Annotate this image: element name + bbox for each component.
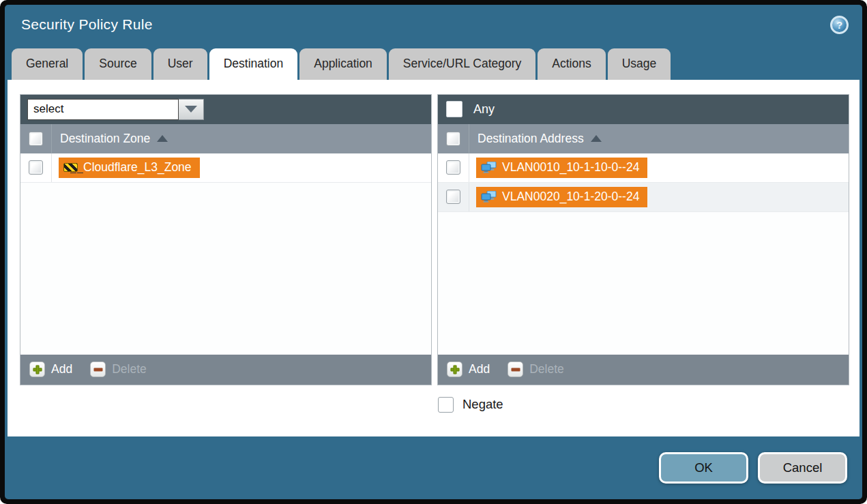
zone-select-combo [27,99,204,120]
sort-ascending-icon[interactable] [157,135,168,142]
add-zone-button[interactable]: Add [29,361,72,377]
help-icon[interactable]: ? [830,16,849,34]
add-label: Add [469,362,490,376]
tab-general[interactable]: General [12,48,83,80]
zone-select-input[interactable] [27,99,179,120]
address-item-label: VLAN0020_10-1-20-0--24 [502,190,639,204]
zone-list: Cloudflare_L3_Zone [20,153,431,355]
address-column-header: Destination Address [438,124,849,153]
minus-icon [90,361,106,377]
zone-panel-toolbar [20,95,431,124]
address-column-label[interactable]: Destination Address [477,132,584,146]
ok-button[interactable]: OK [659,452,748,484]
add-address-button[interactable]: Add [447,361,490,377]
security-policy-rule-dialog: Security Policy Rule ? General Source Us… [5,5,862,499]
zone-panel-footer: Add Delete [20,355,431,385]
zone-column-header: Destination Zone [20,124,431,153]
zone-icon [63,163,78,172]
delete-label: Delete [112,362,147,376]
delete-address-button[interactable]: Delete [508,361,564,377]
sort-ascending-icon[interactable] [591,135,602,142]
plus-icon [447,361,462,377]
cancel-button[interactable]: Cancel [758,452,847,484]
address-panel-toolbar: Any [438,95,849,124]
title-bar: Security Policy Rule ? [5,5,862,45]
tab-content-destination: Destination Zone Cloudflare_L3_Zone [8,80,859,436]
any-label: Any [473,102,495,117]
dialog-footer: OK Cancel [5,436,862,499]
tab-actions[interactable]: Actions [538,48,605,80]
negate-checkbox[interactable] [438,397,454,413]
tab-strip: General Source User Destination Applicat… [5,45,862,80]
table-row[interactable]: VLAN0020_10-1-20-0--24 [438,183,849,212]
delete-zone-button[interactable]: Delete [90,361,147,377]
address-select-all-checkbox[interactable] [446,132,460,146]
zone-item[interactable]: Cloudflare_L3_Zone [59,158,200,178]
add-label: Add [51,362,72,376]
zone-column-label[interactable]: Destination Zone [60,132,150,146]
row-checkbox[interactable] [29,160,43,175]
table-row[interactable]: Cloudflare_L3_Zone [20,153,431,183]
tab-usage[interactable]: Usage [608,48,671,80]
destination-zone-panel: Destination Zone Cloudflare_L3_Zone [20,94,432,385]
address-item[interactable]: VLAN0020_10-1-20-0--24 [476,187,647,207]
delete-label: Delete [529,362,564,376]
tab-source[interactable]: Source [85,48,151,80]
dialog-frame: Security Policy Rule ? General Source Us… [0,0,867,504]
zone-item-label: Cloudflare_L3_Zone [83,160,192,175]
network-address-icon [481,191,497,203]
zone-select-all-checkbox[interactable] [29,132,43,146]
address-panel-footer: Add Delete [438,355,849,385]
minus-icon [508,361,523,377]
chevron-down-icon [185,106,197,113]
address-item-label: VLAN0010_10-1-10-0--24 [502,160,639,175]
tab-service-url-category[interactable]: Service/URL Category [389,48,535,80]
negate-label: Negate [462,397,503,412]
address-select-all-cell [438,124,469,153]
row-checkbox[interactable] [446,160,460,175]
dialog-title: Security Policy Rule [21,16,153,33]
destination-address-panel: Any Destination Address [437,94,849,385]
address-item[interactable]: VLAN0010_10-1-10-0--24 [476,158,647,178]
row-checkbox[interactable] [446,190,460,204]
tab-destination[interactable]: Destination [209,48,298,80]
plus-icon [29,361,45,377]
row-check-cell [438,183,469,211]
panels: Destination Zone Cloudflare_L3_Zone [20,94,849,385]
any-checkbox[interactable] [446,101,462,117]
row-check-cell [20,153,52,182]
zone-select-dropdown-button[interactable] [179,99,204,120]
tab-application[interactable]: Application [299,48,387,80]
network-address-icon [481,162,497,173]
zone-select-all-cell [20,124,52,153]
tab-user[interactable]: User [153,48,207,80]
address-list: VLAN0010_10-1-10-0--24 [438,153,849,355]
row-check-cell [438,153,469,182]
table-row[interactable]: VLAN0010_10-1-10-0--24 [438,153,849,183]
negate-row: Negate [438,397,849,413]
